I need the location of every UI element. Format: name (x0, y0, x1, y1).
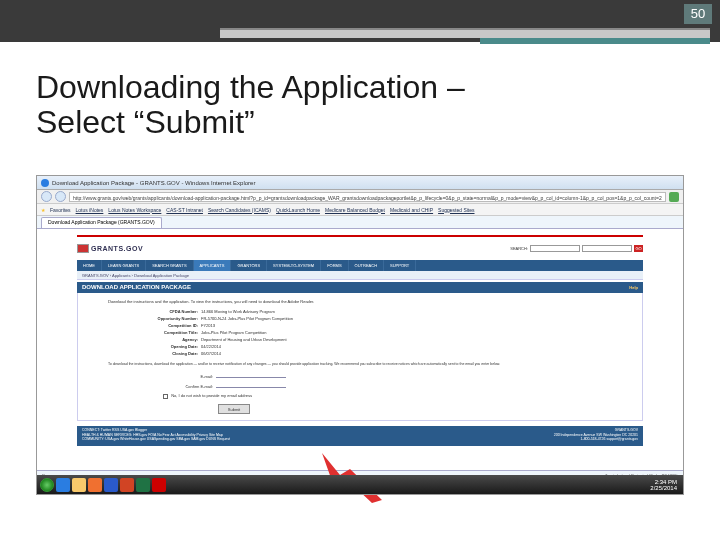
optout-checkbox[interactable] (163, 394, 168, 399)
optout-row: No, I do not wish to provide my email ad… (163, 393, 612, 399)
agency-label: Agency: (108, 337, 198, 343)
opp-label: Opportunity Number: (108, 316, 198, 322)
main-nav: HOME LEARN GRANTS SEARCH GRANTS APPLICAN… (77, 260, 643, 271)
help-link[interactable]: Help (629, 282, 638, 293)
taskbar-ie-icon[interactable] (56, 478, 70, 492)
comptitle-label: Competition Title: (108, 330, 198, 336)
nav-grantors[interactable]: GRANTORS (231, 260, 267, 271)
clock-date: 2/25/2014 (650, 485, 677, 491)
close-value: 06/07/2014 (201, 351, 221, 356)
search-area: SEARCH: GO (510, 245, 643, 252)
logo-text: GRANTS.GOV (91, 245, 143, 252)
fav-link-3[interactable]: Search Candidates (ICAMS) (208, 207, 271, 213)
search-label: SEARCH: (510, 246, 528, 251)
taskbar-word-icon[interactable] (104, 478, 118, 492)
page-number: 50 (684, 4, 712, 24)
fav-link-7[interactable]: Suggested Sites (438, 207, 474, 213)
taskbar-explorer-icon[interactable] (72, 478, 86, 492)
browser-titlebar: Download Application Package - GRANTS.GO… (37, 176, 683, 190)
email-input[interactable] (216, 372, 286, 378)
address-bar[interactable]: http://www.grants.gov/web/grants/applica… (69, 192, 666, 202)
fav-link-2[interactable]: CAS-ST Intranet (166, 207, 203, 213)
taskbar-excel-icon[interactable] (136, 478, 150, 492)
nav-learn[interactable]: LEARN GRANTS (102, 260, 146, 271)
slide-title: Downloading the Application – Select “Su… (36, 70, 720, 140)
nav-outreach[interactable]: OUTREACH (349, 260, 384, 271)
back-button[interactable] (41, 191, 52, 202)
browser-tab[interactable]: Download Application Package (GRANTS.GOV… (41, 217, 162, 228)
site-footer: CONNECT: Twitter RSS USA.gov Blogger HEA… (77, 426, 643, 446)
windows-taskbar: 2:34 PM 2/25/2014 (36, 475, 684, 495)
fav-link-4[interactable]: QuickLaunch Home (276, 207, 320, 213)
opp-value: FR-5700-N-24 Jobs-Plus Pilot Program Com… (201, 316, 293, 321)
title-line1: Downloading the Application – (36, 69, 465, 105)
refresh-button[interactable] (669, 192, 679, 202)
open-label: Opening Date: (108, 344, 198, 350)
favorites-toolbar: ★ Favorites Lotus iNotes Lotus Notes Wor… (37, 204, 683, 216)
cfda-label: CFDA Number: (108, 309, 198, 315)
address-bar-row: http://www.grants.gov/web/grants/applica… (37, 190, 683, 204)
search-input[interactable] (582, 245, 632, 252)
clock-time: 2:34 PM (650, 479, 677, 485)
breadcrumb[interactable]: GRANTS.GOV › Applicants › Download Appli… (77, 271, 643, 280)
forward-button[interactable] (55, 191, 66, 202)
page-content: GRANTS.GOV SEARCH: GO HOME LEARN GRANTS … (37, 229, 683, 469)
favorites-label[interactable]: Favorites (50, 207, 71, 213)
search-go-button[interactable]: GO (634, 245, 643, 252)
confirm-email-input[interactable] (216, 382, 286, 388)
ie-icon (41, 179, 49, 187)
slide-header: 50 (0, 0, 720, 42)
footer-community[interactable]: COMMUNITY: USA.gov WhiteHouse.gov USASpe… (82, 437, 230, 442)
taskbar-clock[interactable]: 2:34 PM 2/25/2014 (650, 479, 680, 491)
email-label: E-mail: (158, 374, 213, 380)
title-line2: Select “Submit” (36, 104, 255, 140)
site-logo[interactable]: GRANTS.GOV (77, 244, 143, 253)
heading-text: DOWNLOAD APPLICATION PACKAGE (82, 284, 191, 290)
close-label: Closing Date: (108, 351, 198, 357)
screenshot-container: Download Application Package - GRANTS.GO… (36, 175, 684, 495)
confirm-email-label: Confirm E-mail: (158, 384, 213, 390)
fav-link-6[interactable]: Medicaid and CHIP (390, 207, 433, 213)
compid-label: Competition ID: (108, 323, 198, 329)
nav-s2s[interactable]: SYSTEM-TO-SYSTEM (267, 260, 321, 271)
flag-icon (77, 244, 89, 253)
nav-applicants[interactable]: APPLICANTS (194, 260, 232, 271)
content-body: Download the instructions and the applic… (77, 293, 643, 421)
site-header: GRANTS.GOV SEARCH: GO (77, 239, 643, 257)
footer-contact: 1-800-518-4726 support@grants.gov (554, 437, 638, 442)
window-title: Download Application Package - GRANTS.GO… (52, 180, 255, 186)
nav-search[interactable]: SEARCH GRANTS (146, 260, 193, 271)
content-heading: DOWNLOAD APPLICATION PACKAGE Help (77, 282, 643, 293)
taskbar-powerpoint-icon[interactable] (120, 478, 134, 492)
open-value: 04/22/2014 (201, 344, 221, 349)
cfda-value: 14.866 Moving to Work Advisory Program (201, 309, 275, 314)
optout-label: No, I do not wish to provide my email ad… (171, 393, 252, 398)
top-red-bar (77, 235, 643, 237)
fav-link-0[interactable]: Lotus iNotes (76, 207, 104, 213)
favorites-star-icon[interactable]: ★ (41, 207, 45, 213)
start-button[interactable] (40, 478, 54, 492)
comptitle-value: Jobs-Plus Pilot Program Competition (201, 330, 266, 335)
note-text: To download the instructions, download t… (108, 362, 612, 367)
taskbar-acrobat-icon[interactable] (152, 478, 166, 492)
header-divider (220, 28, 710, 38)
compid-value: FY2013 (201, 323, 215, 328)
fav-link-1[interactable]: Lotus Notes Workspace (108, 207, 161, 213)
header-accent (480, 38, 710, 44)
agency-value: Department of Housing and Urban Developm… (201, 337, 287, 342)
nav-forms[interactable]: FORMS (321, 260, 348, 271)
search-type-select[interactable] (530, 245, 580, 252)
tab-bar: Download Application Package (GRANTS.GOV… (37, 216, 683, 229)
nav-support[interactable]: SUPPORT (384, 260, 416, 271)
intro-text: Download the instructions and the applic… (108, 299, 612, 305)
fav-link-5[interactable]: Medicare Balanced Budget (325, 207, 385, 213)
submit-button[interactable]: Submit (218, 404, 250, 414)
nav-home[interactable]: HOME (77, 260, 102, 271)
taskbar-outlook-icon[interactable] (88, 478, 102, 492)
